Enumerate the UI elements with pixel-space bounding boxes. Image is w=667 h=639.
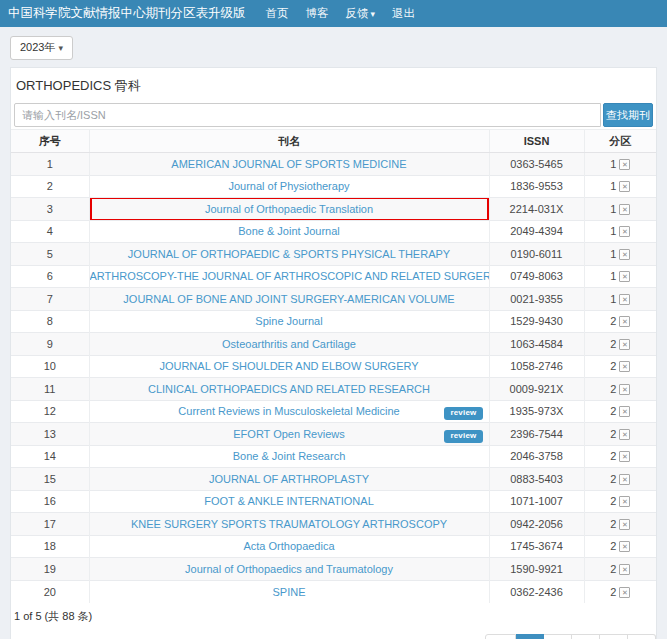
journal-link[interactable]: KNEE SURGERY SPORTS TRAUMATOLOGY ARTHROS…: [131, 518, 447, 530]
journal-name-cell: Bone & Joint Research: [89, 445, 489, 468]
table-row: 10JOURNAL OF SHOULDER AND ELBOW SURGERY1…: [11, 355, 656, 378]
year-dropdown-button[interactable]: 2023年▾: [10, 36, 73, 60]
pagination-button-3[interactable]: 3: [572, 634, 600, 639]
journal-link[interactable]: CLINICAL ORTHOPAEDICS AND RELATED RESEAR…: [148, 383, 430, 395]
partition-cell: 2✕: [584, 535, 656, 558]
partition-value: 2: [610, 338, 616, 350]
table-row: 20SPINE0362-24362✕: [11, 580, 656, 603]
journal-link[interactable]: JOURNAL OF ARTHROPLASTY: [209, 473, 369, 485]
broken-image-glyph: ✕: [620, 205, 629, 214]
partition-value: 2: [610, 450, 616, 462]
search-button[interactable]: 查找期刊: [603, 103, 653, 127]
journal-link[interactable]: JOURNAL OF SHOULDER AND ELBOW SURGERY: [159, 360, 418, 372]
journal-table: 序号 刊名 ISSN 分区 1AMERICAN JOURNAL OF SPORT…: [11, 129, 656, 603]
table-row: 11CLINICAL ORTHOPAEDICS AND RELATED RESE…: [11, 378, 656, 401]
broken-image-glyph: ✕: [620, 272, 629, 281]
journal-link[interactable]: Journal of Physiotherapy: [228, 180, 349, 192]
journal-link[interactable]: SPINE: [272, 586, 305, 598]
table-row: 15JOURNAL OF ARTHROPLASTY0883-54032✕: [11, 468, 656, 491]
broken-image-glyph: ✕: [620, 542, 629, 551]
partition-value: 2: [610, 315, 616, 327]
journal-name-cell: Current Reviews in Musculoskeletal Medic…: [89, 400, 489, 423]
search-input[interactable]: [14, 103, 601, 127]
row-index: 5: [11, 243, 89, 266]
journal-link[interactable]: Spine Journal: [255, 315, 322, 327]
journal-link[interactable]: Journal of Orthopaedic Translation: [205, 203, 373, 215]
pagination-button-2[interactable]: 2: [544, 634, 572, 639]
issn-value: 0021-9355: [489, 288, 584, 311]
nav-item-0[interactable]: 首页: [266, 7, 289, 19]
issn-value: 0883-5403: [489, 468, 584, 491]
issn-value: 1745-3674: [489, 535, 584, 558]
journal-link[interactable]: Osteoarthritis and Cartilage: [222, 338, 356, 350]
broken-image-icon: ✕: [619, 204, 630, 215]
nav-item-3[interactable]: 退出: [392, 7, 415, 19]
partition-cell: 2✕: [584, 490, 656, 513]
journal-link[interactable]: Current Reviews in Musculoskeletal Medic…: [178, 405, 399, 417]
pagination-button-4[interactable]: 4: [600, 634, 628, 639]
row-index: 19: [11, 558, 89, 581]
journal-name-cell: Osteoarthritis and Cartilage: [89, 333, 489, 356]
issn-value: 0942-2056: [489, 513, 584, 536]
pagination-button-»[interactable]: »: [628, 634, 656, 639]
pagination-button-«[interactable]: «: [485, 634, 516, 639]
broken-image-glyph: ✕: [620, 475, 629, 484]
partition-cell: 2✕: [584, 400, 656, 423]
journal-link[interactable]: JOURNAL OF BONE AND JOINT SURGERY-AMERIC…: [123, 293, 454, 305]
journal-name-cell: FOOT & ANKLE INTERNATIONAL: [89, 490, 489, 513]
table-row: 17KNEE SURGERY SPORTS TRAUMATOLOGY ARTHR…: [11, 513, 656, 536]
nav-item-2[interactable]: 反馈▾: [346, 7, 376, 19]
journal-link[interactable]: EFORT Open Reviews: [233, 428, 344, 440]
nav-item-1[interactable]: 博客: [306, 7, 329, 19]
partition-cell: 2✕: [584, 423, 656, 446]
row-index: 16: [11, 490, 89, 513]
broken-image-glyph: ✕: [620, 588, 629, 597]
journal-link[interactable]: Bone & Joint Research: [233, 450, 346, 462]
partition-value: 2: [610, 540, 616, 552]
pagination-button-1[interactable]: 1: [516, 634, 544, 639]
nav-item-label: 首页: [266, 7, 289, 19]
journal-link[interactable]: Journal of Orthopaedics and Traumatology: [185, 563, 393, 575]
journal-link[interactable]: Bone & Joint Journal: [238, 225, 340, 237]
pagination: «1234»: [485, 634, 656, 639]
partition-cell: 2✕: [584, 310, 656, 333]
journal-name-cell: Journal of Orthopaedics and Traumatology: [89, 558, 489, 581]
issn-value: 1590-9921: [489, 558, 584, 581]
table-row: 2Journal of Physiotherapy1836-95531✕: [11, 175, 656, 198]
issn-value: 1063-4584: [489, 333, 584, 356]
broken-image-icon: ✕: [619, 361, 630, 372]
site-title[interactable]: 中国科学院文献情报中心期刊分区表升级版: [8, 5, 246, 22]
row-index: 11: [11, 378, 89, 401]
broken-image-icon: ✕: [619, 474, 630, 485]
journal-link[interactable]: ARTHROSCOPY-THE JOURNAL OF ARTHROSCOPIC …: [90, 270, 490, 282]
table-row: 18Acta Orthopaedica1745-36742✕: [11, 535, 656, 558]
row-index: 1: [11, 153, 89, 176]
nav-item-label: 退出: [392, 7, 415, 19]
row-index: 20: [11, 580, 89, 603]
caret-down-icon: ▾: [58, 43, 63, 53]
row-index: 4: [11, 220, 89, 243]
journal-name-cell: Bone & Joint Journal: [89, 220, 489, 243]
table-row: 13EFORT Open Reviewsreview2396-75442✕: [11, 423, 656, 446]
top-navbar: 中国科学院文献情报中心期刊分区表升级版 首页博客反馈▾退出: [0, 0, 667, 27]
category-title: ORTHOPEDICS 骨科: [11, 68, 656, 103]
table-row: 7JOURNAL OF BONE AND JOINT SURGERY-AMERI…: [11, 288, 656, 311]
journal-link[interactable]: JOURNAL OF ORTHOPAEDIC & SPORTS PHYSICAL…: [128, 248, 450, 260]
broken-image-icon: ✕: [619, 519, 630, 530]
table-row: 3Journal of Orthopaedic Translation2214-…: [11, 198, 656, 221]
journal-link[interactable]: FOOT & ANKLE INTERNATIONAL: [204, 495, 374, 507]
partition-value: 2: [610, 495, 616, 507]
column-header-name: 刊名: [89, 130, 489, 153]
broken-image-glyph: ✕: [620, 385, 629, 394]
issn-value: 0009-921X: [489, 378, 584, 401]
partition-value: 2: [610, 383, 616, 395]
broken-image-glyph: ✕: [620, 160, 629, 169]
table-row: 12Current Reviews in Musculoskeletal Med…: [11, 400, 656, 423]
journal-name-cell: EFORT Open Reviewsreview: [89, 423, 489, 446]
journal-name-cell: Journal of Physiotherapy: [89, 175, 489, 198]
broken-image-glyph: ✕: [620, 182, 629, 191]
partition-cell: 1✕: [584, 175, 656, 198]
journal-link[interactable]: AMERICAN JOURNAL OF SPORTS MEDICINE: [171, 158, 406, 170]
broken-image-glyph: ✕: [620, 520, 629, 529]
journal-link[interactable]: Acta Orthopaedica: [243, 540, 334, 552]
